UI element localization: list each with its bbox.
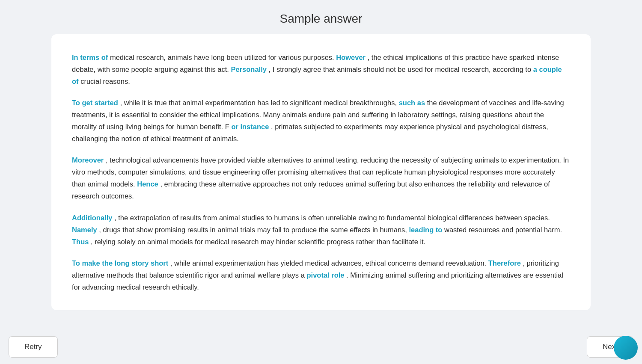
text-p1-4: crucial reasons. (80, 77, 130, 85)
text-p4-3: wasted resources and potential harm. (444, 226, 562, 234)
highlight-such-as: such as (399, 99, 425, 107)
highlight-pivotal-role: pivotal role (306, 271, 344, 279)
highlight-personally: Personally (231, 65, 266, 73)
text-p1-3: , I strongly agree that animals should n… (269, 65, 533, 73)
highlight-thus: Thus (72, 238, 89, 246)
content-card: In terms of medical research, animals ha… (51, 34, 591, 310)
highlight-additionally: Additionally (72, 214, 112, 222)
text-p4-4: , relying solely on animal models for me… (91, 238, 425, 246)
retry-button[interactable]: Retry (9, 336, 58, 358)
highlight-however: However (336, 53, 366, 61)
paragraph-3: Moreover , technological advancements ha… (72, 154, 570, 202)
highlight-in-terms-of: In terms of (72, 53, 108, 61)
paragraph-1: In terms of medical research, animals ha… (72, 51, 570, 87)
paragraph-2: To get started , while it is true that a… (72, 97, 570, 145)
highlight-for-instance: or instance (231, 123, 269, 130)
text-p5-1: , while animal experimentation has yield… (170, 259, 488, 267)
bottom-bar: Retry Next (0, 330, 642, 364)
paragraph-5: To make the long story short , while ani… (72, 257, 570, 293)
highlight-to-make-long-story-short: To make the long story short (72, 259, 168, 267)
text-p4-1: , the extrapolation of results from anim… (114, 214, 550, 222)
highlight-namely: Namely (72, 226, 97, 234)
highlight-therefore: Therefore (488, 259, 521, 267)
highlight-to-get-started: To get started (72, 99, 118, 107)
highlight-hence: Hence (137, 180, 158, 188)
text-p1-1: medical research, animals have long been… (110, 53, 336, 61)
highlight-moreover: Moreover (72, 156, 104, 164)
text-p4-2: , drugs that show promising results in a… (99, 226, 409, 234)
page-title: Sample answer (0, 0, 642, 34)
highlight-leading-to: leading to (409, 226, 443, 234)
circle-decoration-icon (614, 336, 638, 360)
text-p2-1: , while it is true that animal experimen… (120, 99, 398, 107)
paragraph-4: Additionally , the extrapolation of resu… (72, 212, 570, 248)
